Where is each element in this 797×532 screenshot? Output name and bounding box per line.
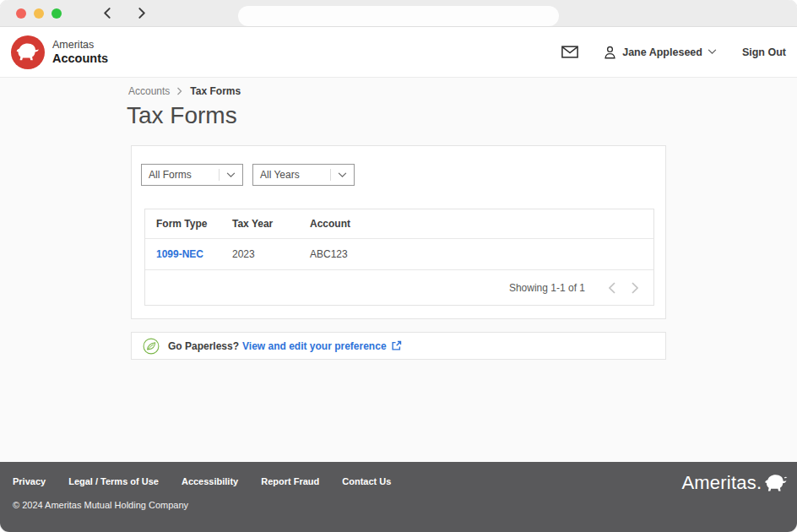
chevron-down-icon — [226, 172, 236, 178]
footer-link-report-fraud[interactable]: Report Fraud — [261, 476, 319, 486]
forward-button[interactable] — [135, 8, 147, 19]
brand-text: Ameritas Accounts — [52, 39, 108, 66]
breadcrumb-accounts[interactable]: Accounts — [128, 85, 170, 97]
user-name: Jane Appleseed — [622, 46, 702, 58]
pagination-row: Showing 1-1 of 1 — [145, 270, 653, 305]
cell-tax-year: 2023 — [232, 248, 310, 260]
zoom-window-button[interactable] — [52, 8, 62, 19]
footer-link-accessibility[interactable]: Accessibility — [182, 476, 238, 486]
ameritas-logo[interactable] — [11, 35, 45, 69]
header-account: Account — [310, 218, 653, 230]
minimize-window-button[interactable] — [34, 8, 44, 19]
paperless-prompt: Go Paperless? — [168, 340, 239, 352]
header-form-type: Form Type — [156, 218, 232, 230]
browser-chrome — [0, 0, 797, 27]
traffic-lights — [16, 8, 62, 19]
pagination-next-button[interactable] — [628, 281, 642, 295]
table-row: 1099-NEC 2023 ABC123 — [145, 239, 653, 270]
sign-out-button[interactable]: Sign Out — [742, 46, 786, 58]
close-window-button[interactable] — [16, 8, 26, 19]
pagination-prev-button[interactable] — [605, 281, 619, 295]
header-tax-year: Tax Year — [232, 218, 310, 230]
address-bar[interactable] — [238, 6, 559, 26]
cell-account: ABC123 — [310, 248, 653, 260]
messages-button[interactable] — [561, 46, 578, 58]
paperless-banner: Go Paperless? View and edit your prefere… — [131, 332, 666, 360]
tax-forms-table: Form Type Tax Year Account 1099-NEC 2023… — [144, 209, 654, 306]
bison-icon — [763, 472, 789, 494]
chevron-right-icon — [630, 282, 640, 294]
footer: Privacy Legal / Terms of Use Accessibili… — [0, 462, 797, 532]
bison-icon — [15, 41, 41, 63]
brand-app: Accounts — [52, 52, 108, 66]
chevron-right-icon — [176, 87, 183, 95]
breadcrumb-tax-forms: Tax Forms — [190, 85, 241, 97]
footer-brand-name: Ameritas — [681, 472, 756, 494]
footer-link-contact-us[interactable]: Contact Us — [342, 476, 391, 486]
form-type-dropdown[interactable]: All Forms — [141, 164, 243, 186]
external-link-icon — [391, 340, 402, 351]
form-type-value: All Forms — [149, 169, 192, 181]
chevron-left-icon — [102, 8, 113, 19]
user-icon — [603, 45, 617, 60]
breadcrumb: Accounts Tax Forms — [128, 85, 241, 97]
dropdown-divider — [330, 169, 331, 181]
chevron-down-icon — [708, 49, 717, 55]
back-button[interactable] — [101, 8, 113, 19]
browser-window: Ameritas Accounts Jane Appleseed Sign Ou… — [0, 0, 797, 532]
tax-forms-card: All Forms All Years Form Type Tax Year A… — [131, 145, 666, 319]
chevron-left-icon — [607, 282, 617, 294]
dropdown-divider — [219, 169, 220, 181]
mail-icon — [561, 46, 578, 58]
page-title: Tax Forms — [127, 102, 237, 129]
form-1099-nec-link[interactable]: 1099-NEC — [156, 248, 203, 260]
tax-year-value: All Years — [260, 169, 300, 181]
paperless-link-label: View and edit your preference — [242, 340, 387, 352]
footer-link-legal[interactable]: Legal / Terms of Use — [68, 476, 159, 486]
table-header-row: Form Type Tax Year Account — [145, 209, 653, 239]
footer-links: Privacy Legal / Terms of Use Accessibili… — [13, 476, 784, 486]
app-header: Ameritas Accounts Jane Appleseed Sign Ou… — [0, 27, 797, 78]
footer-brand: Ameritas. — [681, 472, 789, 494]
chevron-down-icon — [338, 172, 347, 178]
user-menu[interactable]: Jane Appleseed — [603, 45, 717, 60]
footer-link-privacy[interactable]: Privacy — [13, 476, 46, 486]
chevron-right-icon — [136, 8, 147, 19]
pagination-label: Showing 1-1 of 1 — [509, 282, 585, 294]
paperless-preference-link[interactable]: View and edit your preference — [242, 340, 402, 352]
brand-name: Ameritas — [52, 39, 108, 52]
tax-year-dropdown[interactable]: All Years — [252, 164, 355, 186]
leaf-icon — [143, 338, 160, 355]
footer-brand-dot: . — [756, 472, 762, 494]
footer-copyright: © 2024 Ameritas Mutual Holding Company — [13, 500, 784, 510]
main-content: Accounts Tax Forms Tax Forms All Forms A… — [0, 78, 797, 462]
